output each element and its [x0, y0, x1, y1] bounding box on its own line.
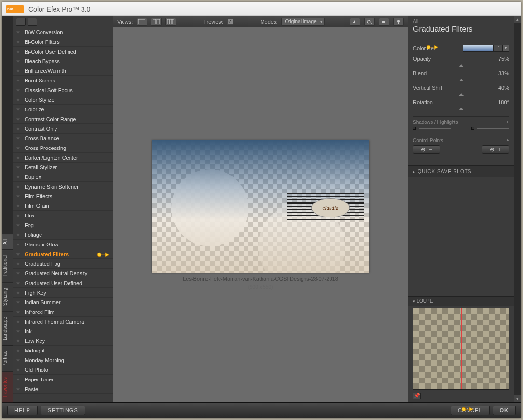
modes-combo[interactable]: Original Image [281, 18, 324, 26]
star-icon[interactable]: ★ [16, 87, 22, 93]
star-icon[interactable]: ★ [16, 367, 22, 372]
star-icon[interactable]: ★ [16, 251, 22, 257]
preview-image[interactable]: claudia [152, 140, 369, 273]
star-icon[interactable]: ★ [16, 242, 22, 247]
add-pos-cp-button[interactable]: ⊖+ [482, 145, 509, 154]
star-icon[interactable]: ★ [16, 203, 22, 208]
slider-handle[interactable] [413, 108, 509, 111]
star-icon[interactable]: ★ [16, 29, 22, 35]
star-icon[interactable]: ★ [16, 232, 22, 237]
slider-handle[interactable] [413, 93, 509, 97]
star-icon[interactable]: ★ [16, 49, 22, 54]
view-sidebyside-icon[interactable] [165, 18, 176, 26]
tab-landscape[interactable]: Landscape [2, 312, 13, 346]
tab-stylizing[interactable]: Stylizing [2, 283, 13, 311]
star-icon[interactable]: ★ [16, 357, 22, 363]
filter-item[interactable]: ★Indian Summer [13, 298, 113, 307]
filter-item[interactable]: ★Graduated Neutral Density [13, 269, 113, 278]
star-icon[interactable]: ★ [16, 174, 22, 179]
filter-item[interactable]: ★Infrared Thermal Camera [13, 317, 113, 326]
filter-item[interactable]: ★Glamour Glow [13, 240, 113, 249]
filter-item[interactable]: ★High Key [13, 288, 113, 298]
star-icon[interactable]: ★ [16, 348, 22, 353]
filter-item[interactable]: ★Midnight [13, 346, 113, 355]
hand-tool-icon[interactable] [379, 18, 389, 26]
view-single-icon[interactable] [137, 18, 147, 26]
star-icon[interactable]: ★ [16, 377, 22, 382]
tab-traditional[interactable]: Traditional [2, 250, 13, 283]
ok-button[interactable]: OK [493, 406, 516, 415]
filter-item[interactable]: ★B/W Conversion [13, 27, 113, 37]
loupe-header[interactable]: LOUPE [408, 296, 514, 306]
preview-checkbox[interactable] [227, 19, 233, 25]
grid-view-icon[interactable] [28, 18, 37, 26]
star-icon[interactable]: ★ [16, 78, 22, 83]
star-icon[interactable]: ★ [16, 299, 22, 305]
tab-portrait[interactable]: Portrait [2, 346, 13, 372]
lightbulb-icon[interactable] [393, 18, 404, 26]
star-icon[interactable]: ★ [16, 164, 22, 170]
view-split-icon[interactable] [151, 18, 162, 26]
help-button[interactable]: HELP [7, 406, 38, 415]
filter-item[interactable]: ★Fog [13, 220, 113, 230]
star-icon[interactable]: ★ [16, 184, 22, 189]
colorset-swatch[interactable] [463, 45, 494, 52]
star-icon[interactable]: ★ [16, 116, 22, 122]
shadows-slider[interactable] [413, 127, 509, 130]
star-icon[interactable]: ★ [16, 213, 22, 218]
star-icon[interactable]: ★ [16, 135, 22, 141]
star-icon[interactable]: ★ [16, 126, 22, 131]
star-icon[interactable]: ★ [16, 271, 22, 276]
filter-item[interactable]: ★Detail Stylizer [13, 163, 113, 172]
tab-all[interactable]: All [2, 234, 13, 250]
star-icon[interactable]: ★ [16, 145, 22, 150]
filter-item[interactable]: ★Film Effects [13, 191, 113, 201]
scroll-down-icon[interactable]: ▾ [514, 395, 521, 402]
filter-item[interactable]: ★Burnt Sienna [13, 76, 113, 85]
filter-item[interactable]: ★Graduated Filters [13, 249, 113, 259]
filter-item[interactable]: ★Old Photo [13, 365, 113, 375]
star-icon[interactable]: ★ [16, 319, 22, 324]
filter-item[interactable]: ★Flux [13, 211, 113, 220]
tab-favorites[interactable]: Favorites [2, 372, 13, 402]
panel-scrollbar[interactable]: ▴ ▾ [514, 16, 521, 402]
filter-item[interactable]: ★Colorize [13, 105, 113, 114]
star-icon[interactable]: ★ [16, 68, 22, 73]
scroll-up-icon[interactable]: ▴ [514, 16, 521, 23]
star-icon[interactable]: ★ [16, 193, 22, 199]
filter-item[interactable]: ★Brilliance/Warmth [13, 66, 113, 76]
star-icon[interactable]: ★ [16, 155, 22, 160]
star-icon[interactable]: ★ [16, 107, 22, 112]
filter-item[interactable]: ★Graduated Fog [13, 259, 113, 269]
filter-item[interactable]: ★Bleach Bypass [13, 56, 113, 66]
list-view-icon[interactable] [16, 18, 26, 26]
filter-item[interactable]: ★Contrast Color Range [13, 114, 113, 124]
filter-item[interactable]: ★Contrast Only [13, 124, 113, 134]
star-icon[interactable]: ★ [16, 338, 22, 343]
filter-item[interactable]: ★Darken/Lighten Center [13, 153, 113, 163]
loupe-view[interactable] [413, 308, 509, 390]
loupe-pin-button[interactable]: 📌 [413, 393, 421, 399]
star-icon[interactable]: ★ [16, 280, 22, 285]
filter-item[interactable]: ★Cross Balance [13, 134, 113, 143]
filter-item[interactable]: ★Ink [13, 326, 113, 336]
filter-item[interactable]: ★Infrared Film [13, 307, 113, 317]
star-icon[interactable]: ★ [16, 97, 22, 102]
filter-list[interactable]: ★B/W Conversion★Bi-Color Filters★Bi-Colo… [13, 27, 113, 402]
filter-item[interactable]: ★Film Grain [13, 201, 113, 211]
filter-item[interactable]: ★Pastel [13, 384, 113, 394]
star-icon[interactable]: ★ [16, 290, 22, 295]
filter-item[interactable]: ★Paper Toner [13, 375, 113, 384]
quick-save-slots[interactable]: QUICK SAVE SLOTS [408, 165, 514, 177]
filter-item[interactable]: ★Color Stylizer [13, 95, 113, 105]
filter-item[interactable]: ★Dynamic Skin Softener [13, 182, 113, 191]
arrow-tool-icon[interactable] [350, 18, 360, 26]
expand-icon[interactable]: ▸ [507, 138, 509, 142]
star-icon[interactable]: ★ [16, 309, 22, 314]
zoom-tool-icon[interactable] [364, 18, 375, 26]
filter-item[interactable]: ★Bi-Color User Defined [13, 47, 113, 56]
slider-handle[interactable] [413, 79, 509, 82]
star-icon[interactable]: ★ [16, 222, 22, 228]
star-icon[interactable]: ★ [16, 58, 22, 64]
star-icon[interactable]: ★ [16, 261, 22, 266]
